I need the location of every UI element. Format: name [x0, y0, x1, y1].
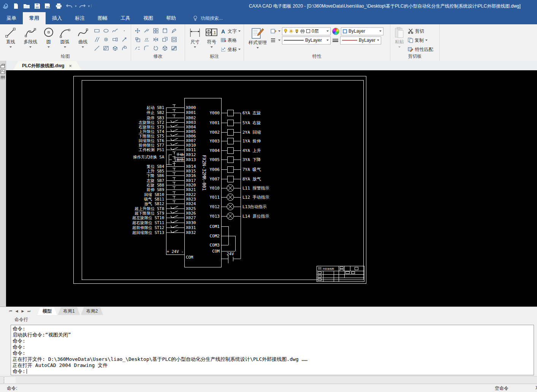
stretch-icon[interactable]: [133, 44, 142, 52]
spline-tool-button[interactable]: 曲线: [74, 26, 91, 49]
copy-button[interactable]: 复制: [408, 36, 433, 44]
dimension-button[interactable]: 尺寸: [187, 26, 203, 49]
polyline-dropdown-caret[interactable]: [29, 46, 32, 49]
sketch-line-icon[interactable]: [93, 44, 101, 52]
style-manager-button[interactable]: 样式管理: [246, 26, 269, 50]
last-tab-icon[interactable]: ⏭: [26, 309, 32, 313]
paste-button[interactable]: 粘贴: [393, 26, 406, 49]
move-icon[interactable]: [133, 27, 142, 35]
frame-palette-icon[interactable]: [0, 70, 5, 74]
command-history[interactable]: 命令: 启动执行命令:“视图关闭” 命令: 命令: 命令: 正在打开文件: D:…: [11, 325, 534, 375]
formula-curve-icon[interactable]: [111, 27, 119, 35]
polyline-tool-button[interactable]: 多段线: [21, 26, 41, 49]
command-prompt-line[interactable]: 命令:: [13, 368, 532, 375]
line-tool-button[interactable]: 直线: [2, 26, 19, 49]
document-tab[interactable]: PLC外部接线图.dwg ×: [13, 61, 82, 70]
arrow-icon[interactable]: [120, 36, 128, 43]
prev-tab-icon[interactable]: ◀: [14, 309, 20, 313]
app-logo-icon[interactable]: [0, 2, 10, 10]
block-icon[interactable]: [111, 44, 119, 52]
symbol-button[interactable]: .1 符号: [204, 26, 219, 49]
color-combo-caret[interactable]: [379, 30, 382, 33]
layer-combo-caret[interactable]: [326, 30, 329, 33]
section-icon[interactable]: [120, 44, 128, 52]
layer-tool-caret[interactable]: [278, 30, 280, 33]
tab-layout1[interactable]: 布局1: [58, 307, 80, 315]
pen-edit-icon[interactable]: [170, 27, 178, 35]
tab-charu[interactable]: 插入: [46, 12, 68, 24]
save-icon[interactable]: [32, 2, 42, 10]
color-picker-icon[interactable]: [332, 28, 339, 35]
solid-icon[interactable]: [161, 44, 169, 52]
command-panel-header[interactable]: 命令行: [0, 315, 537, 324]
ellipse-icon[interactable]: [102, 27, 110, 35]
tab-model[interactable]: 模型: [37, 307, 57, 315]
spline-dropdown-caret[interactable]: [82, 46, 84, 49]
copy-caret[interactable]: [425, 40, 428, 42]
text-tool-button[interactable]: A 文字: [221, 27, 241, 35]
divide-icon[interactable]: [143, 36, 151, 43]
point-icon[interactable]: [120, 27, 128, 35]
symbol-dropdown-caret[interactable]: [211, 46, 213, 49]
pipe-icon[interactable]: [111, 36, 119, 43]
tab-layout2[interactable]: 布局2: [81, 307, 103, 315]
hatch-icon[interactable]: [102, 44, 110, 52]
tab-shitu[interactable]: 视图: [137, 12, 160, 24]
drawing-canvas[interactable]: FX2N-32MR-001+ 24V -COM起动 SB1X000停止 SB2X…: [6, 70, 537, 307]
cut-button[interactable]: 剪切: [408, 27, 433, 35]
new-file-icon[interactable]: [11, 2, 21, 10]
coordinate-tool-button[interactable]: 坐标: [221, 45, 241, 54]
rectangle-icon[interactable]: [93, 27, 101, 35]
style-manager-caret[interactable]: [257, 47, 259, 50]
line-dropdown-caret[interactable]: [10, 46, 12, 49]
redo-icon[interactable]: [78, 2, 87, 10]
dimension-dropdown-caret[interactable]: [194, 46, 196, 49]
text-dropdown-caret[interactable]: [238, 30, 241, 33]
lineweight-combo-caret[interactable]: [377, 40, 379, 42]
frame-icon[interactable]: [170, 36, 178, 43]
coordinate-dropdown-caret[interactable]: [238, 49, 241, 51]
match-properties-button[interactable]: 特性匹配: [408, 45, 433, 54]
arc-dropdown-caret[interactable]: [64, 46, 66, 49]
mirror-icon[interactable]: [152, 36, 160, 43]
undo-icon[interactable]: [64, 2, 74, 10]
parallel-line-icon[interactable]: [93, 36, 101, 43]
circle-center-icon[interactable]: [102, 36, 110, 43]
break-icon[interactable]: [143, 27, 151, 35]
tab-gongju[interactable]: 工具: [114, 12, 137, 24]
lineweight-combo[interactable]: ByLayer: [340, 36, 381, 44]
fillet-icon[interactable]: [143, 44, 151, 52]
circle-dropdown-caret[interactable]: [48, 46, 50, 49]
save-all-icon[interactable]: [43, 2, 53, 10]
overlay-icon[interactable]: [161, 36, 169, 43]
circle-tool-button[interactable]: 圆: [42, 26, 55, 49]
list-palette-icon[interactable]: [0, 75, 5, 80]
rotate-icon[interactable]: [152, 44, 160, 52]
table-tool-button[interactable]: 表格: [221, 36, 241, 44]
next-tab-icon[interactable]: ▶: [20, 309, 26, 313]
quick-access-customize-icon[interactable]: ᎒: [90, 4, 92, 8]
menu-item-caidan[interactable]: 菜单: [0, 12, 23, 24]
redo-dropdown-caret[interactable]: ▾: [88, 4, 90, 8]
fill-edit-icon[interactable]: [170, 44, 178, 52]
linetype-combo[interactable]: ByLayer: [282, 36, 331, 44]
tab-tufu[interactable]: 图幅: [91, 12, 114, 24]
tab-bangzhu[interactable]: 帮助: [160, 12, 182, 24]
offset-icon[interactable]: [133, 36, 142, 43]
function-search[interactable]: 功能搜索...: [193, 12, 223, 24]
clip-icon[interactable]: [161, 27, 169, 35]
close-tab-icon[interactable]: ×: [69, 63, 72, 69]
linetype-combo-caret[interactable]: [326, 40, 329, 42]
tab-changyong[interactable]: 常用: [23, 12, 46, 24]
open-file-icon[interactable]: [22, 2, 32, 10]
linetype-tool-icon[interactable]: [271, 38, 277, 43]
first-tab-icon[interactable]: ⏮: [8, 309, 14, 313]
print-icon[interactable]: [54, 2, 63, 10]
layer-combo[interactable]: 0层: [282, 27, 331, 35]
arc-tool-button[interactable]: 圆弧: [57, 26, 73, 49]
paste-caret[interactable]: [398, 46, 401, 49]
linetype-tool-caret[interactable]: [278, 40, 280, 42]
color-combo[interactable]: ByLayer: [341, 27, 383, 35]
layer-tool-icon[interactable]: [271, 28, 277, 34]
lineweight-tool-icon[interactable]: [332, 38, 339, 43]
